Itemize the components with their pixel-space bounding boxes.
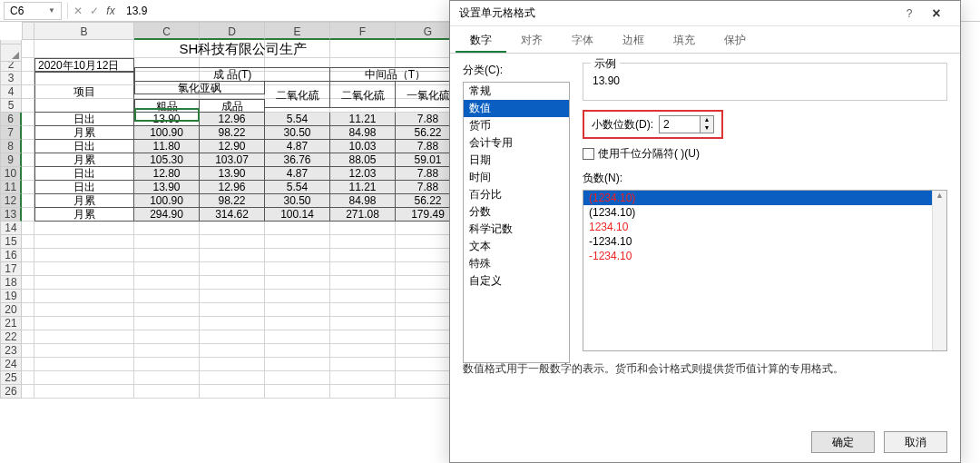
cell[interactable] (200, 276, 265, 290)
row-header[interactable]: 12 (0, 194, 22, 208)
cell[interactable]: 98.22 (200, 194, 265, 208)
cell[interactable] (22, 222, 34, 235)
cell[interactable] (134, 222, 200, 235)
cell[interactable] (22, 371, 34, 385)
cell[interactable] (265, 222, 330, 235)
row-header[interactable]: 15 (0, 235, 22, 249)
category-item[interactable]: 科学记数 (464, 221, 569, 238)
cell[interactable] (22, 58, 34, 72)
row-header[interactable]: 9 (0, 153, 22, 167)
cell[interactable]: 4.87 (265, 167, 330, 181)
cell[interactable]: 314.62 (200, 208, 265, 222)
ok-button[interactable]: 确定 (811, 431, 875, 453)
cell[interactable] (330, 371, 396, 385)
col-header[interactable]: F (330, 22, 396, 40)
cell[interactable]: 日出 (34, 167, 134, 181)
cell[interactable] (34, 262, 134, 276)
cell[interactable]: 84.98 (330, 126, 396, 140)
negative-item[interactable]: -1234.10 (583, 234, 946, 249)
category-item[interactable]: 特殊 (464, 255, 569, 272)
cancel-button[interactable]: 取消 (884, 431, 947, 453)
cell[interactable] (22, 72, 34, 85)
row-header[interactable]: 5 (0, 99, 22, 113)
cell[interactable] (22, 385, 34, 399)
cell[interactable] (265, 303, 330, 317)
cell[interactable]: 月累 (34, 208, 134, 222)
category-item[interactable]: 自定义 (464, 272, 569, 290)
cell[interactable] (22, 344, 34, 358)
fx-icon[interactable]: fx (103, 5, 119, 17)
negative-list[interactable]: (1234.10)(1234.10)1234.10-1234.10-1234.1… (583, 190, 947, 351)
cell[interactable] (34, 330, 134, 344)
category-item[interactable]: 常规 (464, 83, 569, 100)
cell[interactable] (134, 344, 200, 358)
cell[interactable]: 13.90 (134, 181, 200, 194)
help-icon[interactable]: ? (897, 7, 922, 20)
thousand-sep-checkbox[interactable] (583, 148, 594, 160)
cell[interactable] (22, 249, 34, 262)
cell[interactable]: 11.80 (134, 140, 200, 153)
name-box[interactable]: C6 ▼ (4, 2, 62, 20)
scroll-up-icon[interactable]: ▲ (933, 191, 946, 200)
cell[interactable]: 5.54 (265, 181, 330, 194)
cell[interactable] (265, 385, 330, 399)
cell[interactable] (22, 113, 34, 126)
cell[interactable] (134, 262, 200, 276)
category-item[interactable]: 百分比 (464, 186, 569, 203)
cell[interactable]: 30.50 (265, 194, 330, 208)
cell[interactable] (34, 385, 134, 399)
select-all-corner[interactable] (0, 44, 22, 62)
row-header[interactable]: 19 (0, 290, 22, 303)
cell[interactable] (22, 317, 34, 330)
cell[interactable] (330, 290, 396, 303)
cell[interactable] (134, 303, 200, 317)
cell[interactable] (34, 72, 134, 85)
negative-item[interactable]: 1234.10 (583, 220, 946, 234)
cell[interactable] (22, 40, 34, 58)
cell[interactable] (22, 140, 34, 153)
cell[interactable]: 13.90 (134, 113, 200, 126)
row-header[interactable]: 20 (0, 303, 22, 317)
row-header[interactable]: 7 (0, 126, 22, 140)
cell[interactable] (22, 235, 34, 249)
cell[interactable]: 10.03 (330, 140, 396, 153)
cell[interactable] (200, 317, 265, 330)
row-header[interactable]: 21 (0, 317, 22, 330)
tab-字体[interactable]: 字体 (557, 26, 608, 53)
cell[interactable] (200, 358, 265, 371)
cell[interactable] (22, 208, 34, 222)
row-header[interactable]: 25 (0, 371, 22, 385)
row-header[interactable]: 10 (0, 167, 22, 181)
tab-边框[interactable]: 边框 (608, 26, 659, 53)
cell[interactable] (34, 276, 134, 290)
row-header[interactable]: 18 (0, 276, 22, 290)
cell[interactable] (34, 371, 134, 385)
cell[interactable] (200, 262, 265, 276)
cell[interactable] (34, 358, 134, 371)
tab-填充[interactable]: 填充 (659, 26, 710, 53)
cell[interactable] (200, 222, 265, 235)
cell[interactable] (330, 222, 396, 235)
cell[interactable] (22, 167, 34, 181)
row-header[interactable]: 14 (0, 222, 22, 235)
cell[interactable] (134, 290, 200, 303)
category-item[interactable]: 分数 (464, 203, 569, 221)
cell[interactable]: 30.50 (265, 126, 330, 140)
cell[interactable]: 2020年10月12日 (34, 58, 134, 72)
cell[interactable] (200, 303, 265, 317)
cell[interactable] (22, 99, 34, 113)
cell[interactable]: 月累 (34, 194, 134, 208)
cell[interactable] (134, 317, 200, 330)
cell[interactable] (265, 276, 330, 290)
cell[interactable] (22, 303, 34, 317)
cell[interactable] (330, 276, 396, 290)
row-header[interactable]: 13 (0, 208, 22, 222)
cell[interactable]: 项目 (34, 85, 134, 99)
cell[interactable]: 月累 (34, 153, 134, 167)
cell[interactable] (22, 181, 34, 194)
cell[interactable]: 成品 (200, 99, 265, 113)
cell[interactable] (200, 249, 265, 262)
cell[interactable]: 271.08 (330, 208, 396, 222)
cell[interactable] (200, 290, 265, 303)
category-list[interactable]: 常规数值货币会计专用日期时间百分比分数科学记数文本特殊自定义 (463, 82, 570, 363)
